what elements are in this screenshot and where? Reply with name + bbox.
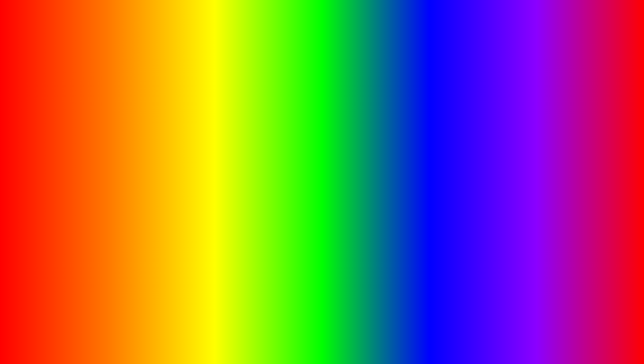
close-button-right[interactable]: ✕ [602, 119, 607, 124]
bottom-text-area: AUTO FARM SCRIPT PASTEBIN [3, 322, 641, 356]
menu-item-auto-third-sea[interactable]: Auto Third Sea [82, 196, 232, 209]
right-farm-label: Farm [441, 157, 451, 162]
chevron-up-icon: ▲ [223, 131, 227, 136]
sidebar-item-farm[interactable]: ⚔️ Farm [33, 153, 81, 165]
char-legs [309, 201, 335, 231]
ectoplasm-label: Ectoplasm [87, 213, 109, 219]
menu-item-auto-second-sea[interactable]: Auto Second Sea [82, 182, 232, 196]
minimize-button-left[interactable]: — [215, 119, 220, 124]
menu-item-auto-select-doungeon[interactable]: Auto Select Doungeon [476, 182, 611, 197]
sidebar-right-island[interactable]: 🗺️ Island/ESP [428, 165, 476, 177]
panel-left-main: Select Type Farm Upper ▲ Main Farm Start… [82, 127, 232, 240]
auto-select-doungeon-checkbox[interactable] [600, 186, 606, 192]
auto-up-sea-label: Auto Up Sea [87, 172, 113, 178]
character-area [239, 69, 405, 270]
wing-left [254, 123, 310, 190]
right-combat-label: Combat/PVP [441, 181, 466, 186]
minimize-button-right[interactable]: — [594, 119, 599, 124]
title-area: BLOXFRUITS [3, 6, 641, 66]
sidebar-island-label: Island/ESP [47, 169, 68, 174]
panel-right-body: 🎮 Founder & Dev 🏠 Main ⚔️ Farm 🗺️ Island… [428, 126, 611, 225]
select-type-farm-label: Select Type Farm [87, 131, 123, 136]
title-fruits: FRUITS [299, 3, 506, 69]
close-button-left[interactable]: ✕ [223, 119, 228, 124]
sidebar-right-farm[interactable]: ⚔️ Farm [428, 153, 476, 165]
right-main-label: Main [441, 145, 451, 150]
menu-item-main-farm[interactable]: Main Farm [82, 140, 232, 154]
auto-select-doungeon-label: Auto Select Doungeon [482, 187, 529, 192]
start-farm-checkbox[interactable]: ✓ [221, 158, 227, 164]
panel-right-controls: — ✕ [594, 119, 607, 124]
kill-aura-checkbox[interactable]: ✓ [600, 201, 606, 207]
menu-item-kill-aura[interactable]: Kill Aura ✓ [476, 197, 611, 211]
auto-second-sea-label: Auto Second Sea [87, 186, 123, 191]
sidebar-shop-label: Shop [47, 205, 57, 210]
kill-aura-label: Kill Aura [482, 201, 499, 206]
sidebar-right-main[interactable]: 🏠 Main [428, 141, 476, 153]
panel-right-sidebar: 🎮 Founder & Dev 🏠 Main ⚔️ Farm 🗺️ Island… [428, 126, 476, 225]
sidebar-founder-label: Founder & Dev [47, 133, 76, 138]
panel-left-title: Grape Hub Gen 2.3 [37, 119, 75, 124]
right-island-label: Island/ESP [441, 169, 463, 174]
sidebar-item-founder[interactable]: 🎮 Founder & Dev [33, 129, 81, 141]
char-body [305, 140, 339, 206]
raid-label: Raid [482, 130, 492, 136]
sidebar-item-shop[interactable]: 🛒 Shop [33, 201, 81, 213]
farm-icon: ⚔️ [37, 156, 44, 163]
sidebar-item-raid[interactable]: 🏴 Raid [33, 189, 81, 201]
sidebar-item-combat[interactable]: 💥 Combat/PVP [33, 177, 81, 189]
menu-item-auto-next-island[interactable]: Auto Next Island ✓ [476, 211, 611, 225]
right-founder-icon: 🎮 [432, 132, 439, 138]
combat-icon: 💥 [37, 180, 44, 187]
sidebar-item-main[interactable]: 🏠 Main [33, 141, 81, 153]
main-farm-label: Main Farm [87, 144, 109, 150]
wing-right [334, 123, 390, 190]
panel-left-sidebar: 🎮 Founder & Dev 🏠 Main ⚔️ Farm 🗺️ Island… [33, 127, 82, 240]
panel-left: Grape Hub Gen 2.3 — ✕ 🎮 Founder & Dev 🏠 … [33, 116, 233, 241]
right-farm-icon: ⚔️ [432, 156, 439, 162]
buy-chip-toggle[interactable] [594, 158, 606, 164]
sidebar-item-sky[interactable]: 👤 Sky [33, 225, 81, 237]
sidebar-right-founder[interactable]: 🎮 Founder & Dev [428, 129, 476, 141]
menu-item-ectoplasm[interactable]: Ectoplasm [82, 209, 232, 223]
start-farm-label: Start Farm Selected Mode [87, 158, 141, 164]
script-text: SCRIPT [304, 325, 402, 355]
sidebar-item-devil-fruit[interactable]: 🍇 Devil Fruit [33, 213, 81, 225]
sidebar-combat-label: Combat/PVP [47, 181, 72, 186]
menu-item-start-farm[interactable]: Start Farm Selected Mode ✓ [82, 154, 232, 168]
panel-right-titlebar: Grape Hub Gen 2.3 — ✕ [428, 117, 611, 126]
panel-right-main: Raid Select Chip Dough ▲ Buy Chip Start … [476, 126, 611, 225]
main-icon: 🏠 [37, 144, 44, 151]
panel-left-titlebar: Grape Hub Gen 2.3 — ✕ [33, 117, 232, 127]
menu-item-buy-chip[interactable]: Buy Chip [476, 154, 611, 168]
buy-chip-label: Buy Chip [482, 158, 501, 163]
sidebar-right-combat[interactable]: 💥 Combat/PVP [428, 177, 476, 189]
volcano [404, 254, 458, 321]
panel-right-title: Grape Hub Gen 2.3 [432, 119, 470, 124]
island-icon: 🗺️ [37, 168, 44, 175]
sidebar-raid-label: Raid [47, 193, 56, 198]
pastebin-text: PASTEBIN [409, 328, 526, 354]
sidebar-main-label: Main [47, 145, 57, 150]
sidebar-farm-label: Farm [47, 157, 57, 162]
menu-item-start-raid[interactable]: Start Raid [476, 168, 611, 182]
devil-fruit-icon: 🍇 [37, 216, 44, 223]
founder-icon: 🎮 [37, 132, 44, 139]
right-id-icon: 🔑 [432, 192, 439, 198]
sidebar-devil-fruit-label: Devil Fruit [47, 217, 66, 222]
sidebar-item-island[interactable]: 🗺️ Island/ESP [33, 165, 81, 177]
auto-next-island-label: Auto Next Island [482, 215, 516, 221]
menu-item-select-type-farm[interactable]: Select Type Farm Upper ▲ [82, 127, 232, 140]
menu-item-raid[interactable]: Raid [476, 126, 611, 140]
sidebar-sky-label: Sky [47, 229, 54, 234]
raid-icon: 🏴 [37, 192, 44, 199]
sidebar-right-id[interactable]: 🔑 Id [428, 189, 476, 201]
panel-right: Grape Hub Gen 2.3 — ✕ 🎮 Founder & Dev 🏠 … [428, 116, 611, 226]
menu-item-select-chip[interactable]: Select Chip Dough ▲ [476, 140, 611, 154]
auto-next-island-checkbox[interactable]: ✓ [600, 215, 606, 221]
right-founder-label: Founder & Dev [441, 133, 470, 138]
select-chip-value: Dough ▲ [587, 144, 606, 149]
right-island-icon: 🗺️ [432, 168, 439, 174]
start-raid-toggle[interactable] [594, 172, 606, 178]
menu-item-auto-up-sea[interactable]: Auto Up Sea [82, 168, 232, 182]
